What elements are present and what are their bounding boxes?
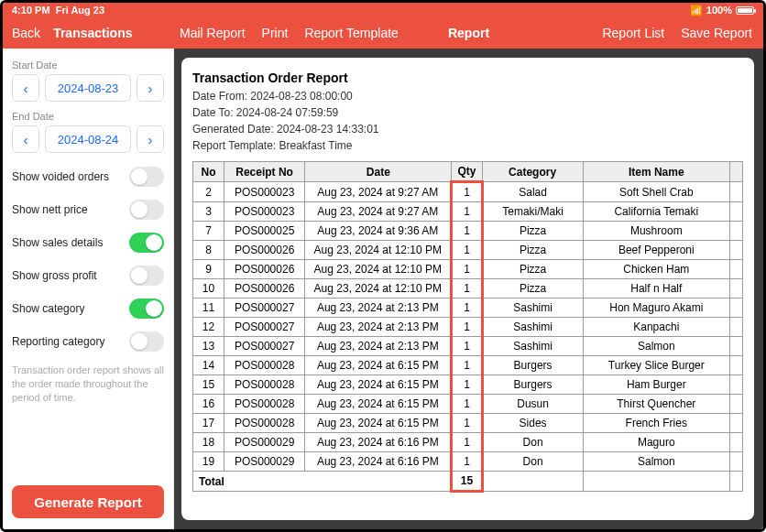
cell-extra	[729, 241, 742, 260]
page-title: Transactions	[53, 26, 132, 40]
cell-category: Sashimi	[482, 318, 583, 337]
report-list-button[interactable]: Report List	[602, 26, 664, 40]
toggle-repcat[interactable]	[129, 331, 164, 352]
start-date-label: Start Date	[12, 60, 164, 71]
cell-date: Aug 23, 2024 at 2:13 PM	[305, 318, 452, 337]
cell-extra	[729, 414, 742, 433]
navbar-center-title: Report	[448, 26, 489, 40]
cell-date: Aug 23, 2024 at 2:13 PM	[305, 299, 452, 318]
report-template-button[interactable]: Report Template	[304, 26, 398, 40]
cell-extra	[729, 337, 742, 356]
col-qty: Qty	[452, 162, 482, 182]
report-date-to: Date To: 2024-08-24 07:59:59	[192, 104, 743, 121]
battery-icon	[736, 6, 754, 15]
cell-item: Beef Pepperoni	[583, 241, 729, 260]
toggle-category[interactable]	[129, 299, 164, 319]
cell-item: Hon Maguro Akami	[583, 299, 729, 318]
table-row: 10POS000026Aug 23, 2024 at 12:10 PM1Pizz…	[193, 279, 743, 299]
cell-qty: 1	[452, 414, 482, 433]
table-row: 11POS000027Aug 23, 2024 at 2:13 PM1Sashi…	[193, 299, 743, 318]
col-no: No	[193, 162, 224, 182]
start-date-next[interactable]: ›	[137, 74, 164, 102]
cell-item: California Temaki	[583, 202, 729, 222]
cell-category: Dusun	[482, 395, 583, 414]
toggle-label-category: Show category	[12, 302, 84, 315]
cell-receipt: POS000029	[224, 433, 305, 452]
cell-no: 9	[193, 260, 224, 279]
cell-item: Chicken Ham	[583, 260, 729, 279]
cell-qty: 1	[452, 356, 482, 375]
cell-no: 3	[193, 202, 224, 222]
toggle-gross[interactable]	[129, 266, 164, 286]
cell-extra	[729, 182, 742, 202]
cell-qty: 1	[452, 222, 482, 241]
toggle-nett[interactable]	[129, 200, 164, 220]
report-card[interactable]: Transaction Order Report Date From: 2024…	[181, 58, 754, 520]
cell-category: Don	[482, 452, 583, 472]
cell-extra	[729, 279, 742, 299]
report-area: Transaction Order Report Date From: 2024…	[174, 49, 763, 529]
cell-no: 14	[193, 356, 224, 375]
status-day: Fri Aug 23	[56, 5, 104, 16]
table-row: 15POS000028Aug 23, 2024 at 6:15 PM1Burge…	[193, 375, 743, 395]
cell-receipt: POS000028	[224, 414, 305, 433]
end-date-prev[interactable]: ‹	[12, 125, 39, 153]
back-button[interactable]: Back	[12, 26, 40, 40]
generate-report-button[interactable]: Generate Report	[12, 485, 164, 518]
toggle-voided[interactable]	[129, 167, 164, 187]
toggle-sales[interactable]	[129, 233, 164, 253]
table-row: 19POS000029Aug 23, 2024 at 6:16 PM1DonSa…	[193, 452, 743, 472]
cell-category: Salad	[482, 182, 583, 202]
cell-no: 15	[193, 375, 224, 395]
table-header-row: No Receipt No Date Qty Category Item Nam…	[193, 162, 743, 182]
wifi-icon: 📶	[690, 5, 703, 16]
cell-no: 2	[193, 182, 224, 202]
end-date-picker[interactable]: 2024-08-24	[45, 125, 131, 153]
cell-qty: 1	[452, 241, 482, 260]
cell-extra	[729, 260, 742, 279]
save-report-button[interactable]: Save Report	[681, 26, 752, 40]
cell-receipt: POS000025	[224, 222, 305, 241]
table-row: 16POS000028Aug 23, 2024 at 6:15 PM1Dusun…	[193, 395, 743, 414]
cell-item: Salmon	[583, 452, 729, 472]
cell-extra	[729, 318, 742, 337]
cell-receipt: POS000026	[224, 260, 305, 279]
cell-category: Pizza	[482, 260, 583, 279]
cell-no: 8	[193, 241, 224, 260]
cell-qty: 1	[452, 433, 482, 452]
cell-item: French Fries	[583, 414, 729, 433]
cell-date: Aug 23, 2024 at 6:15 PM	[305, 356, 452, 375]
cell-qty: 1	[452, 337, 482, 356]
cell-receipt: POS000026	[224, 241, 305, 260]
print-button[interactable]: Print	[262, 26, 289, 40]
cell-qty: 1	[452, 452, 482, 472]
end-date-next[interactable]: ›	[137, 125, 164, 153]
cell-category: Sashimi	[482, 299, 583, 318]
cell-category: Burgers	[482, 375, 583, 395]
cell-no: 19	[193, 452, 224, 472]
cell-qty: 1	[452, 299, 482, 318]
table-row: 3POS000023Aug 23, 2024 at 9:27 AM1Temaki…	[193, 202, 743, 222]
chevron-left-icon: ‹	[24, 81, 28, 96]
cell-date: Aug 23, 2024 at 6:15 PM	[305, 375, 452, 395]
cell-date: Aug 23, 2024 at 9:36 AM	[305, 222, 452, 241]
cell-category: Pizza	[482, 279, 583, 299]
cell-item: Ham Burger	[583, 375, 729, 395]
table-row: 9POS000026Aug 23, 2024 at 12:10 PM1Pizza…	[193, 260, 743, 279]
status-time: 4:10 PM	[12, 5, 50, 16]
cell-extra	[729, 202, 742, 222]
table-row: 12POS000027Aug 23, 2024 at 2:13 PM1Sashi…	[193, 318, 743, 337]
start-date-picker[interactable]: 2024-08-23	[45, 74, 131, 102]
start-date-prev[interactable]: ‹	[12, 74, 39, 102]
mail-report-button[interactable]: Mail Report	[180, 26, 246, 40]
cell-receipt: POS000027	[224, 337, 305, 356]
cell-item: Salmon	[583, 337, 729, 356]
cell-qty: 1	[452, 279, 482, 299]
cell-item: Mushroom	[583, 222, 729, 241]
cell-category: Pizza	[482, 241, 583, 260]
table-row: 13POS000027Aug 23, 2024 at 2:13 PM1Sashi…	[193, 337, 743, 356]
cell-receipt: POS000027	[224, 318, 305, 337]
cell-no: 7	[193, 222, 224, 241]
cell-qty: 1	[452, 260, 482, 279]
col-extra	[729, 162, 742, 182]
